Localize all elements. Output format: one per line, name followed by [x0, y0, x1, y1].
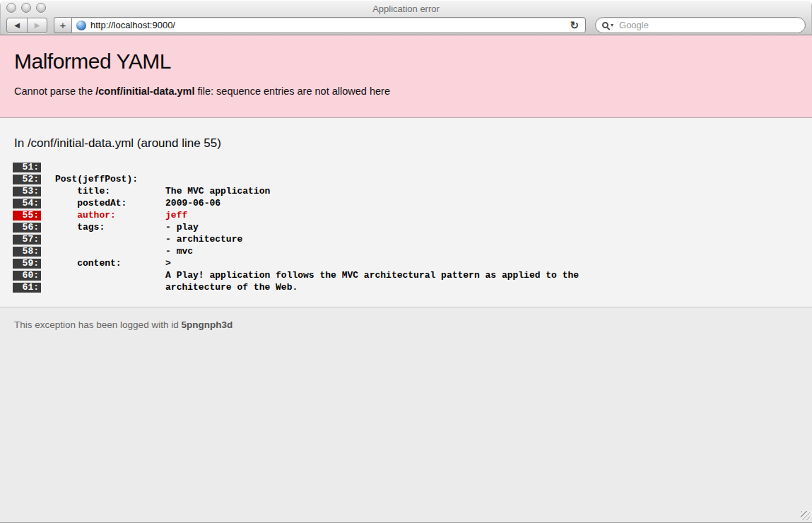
traffic-lights — [6, 3, 46, 13]
code-line: 57: - architecture — [0, 233, 812, 245]
source-code-listing: 51:52:Post(jeffPost):53: title: The MVC … — [0, 161, 812, 293]
line-code: - mvc — [41, 245, 193, 257]
line-number: 57: — [13, 235, 41, 245]
minimize-window-button[interactable] — [21, 3, 31, 13]
search-icon — [602, 22, 608, 28]
line-code: tags: - play — [41, 221, 199, 233]
window-title: Application error — [0, 0, 812, 17]
footer: This exception has been logged with id 5… — [0, 307, 812, 522]
line-number: 55: — [13, 211, 41, 221]
line-number: 59: — [13, 259, 41, 269]
line-code: author: jeff — [41, 209, 187, 221]
code-line: 61: architecture of the Web. — [0, 281, 812, 293]
line-code: architecture of the Web. — [41, 281, 298, 293]
line-code: A Play! application follows the MVC arch… — [41, 269, 579, 281]
close-window-button[interactable] — [6, 3, 16, 13]
code-line: 53: title: The MVC application — [0, 185, 812, 197]
line-number: 58: — [13, 247, 41, 257]
source-section: In /conf/initial-data.yml (around line 5… — [0, 118, 812, 307]
code-line: 56: tags: - play — [0, 221, 812, 233]
globe-favicon-icon — [76, 20, 86, 30]
reload-icon[interactable]: ↻ — [568, 20, 580, 30]
error-file-path: /conf/initial-data.yml — [95, 86, 194, 97]
line-number: 54: — [13, 199, 41, 208]
code-line: 60: A Play! application follows the MVC … — [0, 269, 812, 281]
line-code: Post(jeffPost): — [41, 173, 138, 185]
line-number: 60: — [13, 271, 41, 281]
error-description-suffix: file: sequence entries are not allowed h… — [194, 86, 389, 97]
search-placeholder: Google — [619, 20, 649, 30]
line-number: 56: — [13, 223, 41, 233]
browser-toolbar: ◀ ▶ + http://localhost:9000/ ↻ ▾ Google — [0, 16, 812, 35]
code-line-error: 55: author: jeff — [0, 209, 812, 221]
back-arrow-icon: ◀ — [14, 22, 20, 29]
code-line: 59: content: > — [0, 257, 812, 269]
address-bar[interactable]: http://localhost:9000/ ↻ — [71, 17, 586, 33]
forward-button[interactable]: ▶ — [27, 18, 47, 33]
browser-window: Application error ◀ ▶ + http://localhost… — [0, 0, 812, 523]
code-line: 51: — [0, 161, 812, 173]
code-line: 58: - mvc — [0, 245, 812, 257]
zoom-window-button[interactable] — [36, 3, 46, 13]
line-code: content: > — [41, 257, 171, 269]
window-titlebar[interactable]: Application error — [0, 0, 812, 16]
back-button[interactable]: ◀ — [7, 18, 27, 33]
window-chrome: Application error ◀ ▶ + http://localhost… — [0, 0, 812, 35]
url-text[interactable]: http://localhost:9000/ — [90, 20, 568, 30]
search-field[interactable]: ▾ Google — [595, 17, 806, 33]
nav-button-group: ◀ ▶ — [6, 18, 47, 33]
error-description-prefix: Cannot parse the — [14, 86, 95, 97]
source-heading: In /conf/initial-data.yml (around line 5… — [0, 136, 812, 151]
log-id: 5pngnph3d — [181, 319, 233, 330]
window-resize-grip[interactable] — [801, 511, 810, 520]
plus-icon: + — [60, 20, 66, 30]
code-line: 52:Post(jeffPost): — [0, 173, 812, 185]
line-number: 53: — [13, 187, 41, 196]
line-code: postedAt: 2009-06-06 — [41, 197, 220, 209]
line-number: 52: — [13, 175, 41, 184]
search-options-chevron-icon[interactable]: ▾ — [611, 23, 613, 28]
add-bookmark-button[interactable]: + — [54, 17, 71, 33]
line-code: - architecture — [41, 233, 242, 245]
line-code: title: The MVC application — [41, 185, 270, 197]
error-description: Cannot parse the /conf/initial-data.yml … — [14, 85, 798, 98]
error-banner: Malformed YAML Cannot parse the /conf/in… — [0, 35, 812, 118]
code-line: 54: postedAt: 2009-06-06 — [0, 197, 812, 209]
error-title: Malformed YAML — [14, 50, 798, 73]
log-note-text: This exception has been logged with id — [14, 319, 181, 330]
forward-arrow-icon: ▶ — [35, 22, 40, 29]
line-number: 61: — [13, 283, 41, 293]
line-number: 51: — [13, 163, 41, 172]
exception-log-note: This exception has been logged with id 5… — [0, 307, 812, 342]
